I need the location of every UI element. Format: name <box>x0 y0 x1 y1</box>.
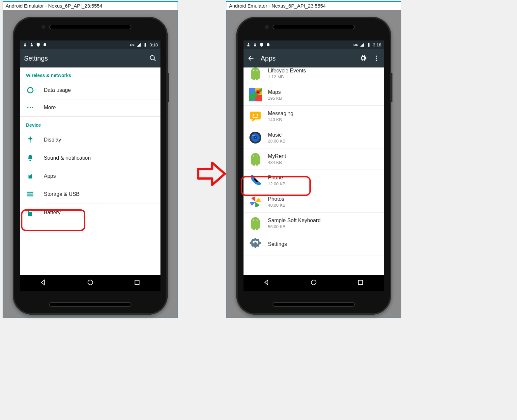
status-battery-icon <box>143 42 148 47</box>
svg-point-6 <box>32 107 34 108</box>
svg-point-18 <box>269 44 269 44</box>
gear-icon[interactable] <box>359 55 367 62</box>
svg-point-1 <box>45 44 45 44</box>
settings-item-label: Storage & USB <box>44 191 80 197</box>
svg-point-2 <box>150 56 155 60</box>
svg-point-28 <box>253 114 254 116</box>
app-item-lifecycle-events[interactable]: Lifecycle Events 1.12 MB <box>244 67 384 84</box>
nav-home-icon[interactable] <box>310 279 317 287</box>
settings-item-apps[interactable]: Apps <box>20 167 160 185</box>
app-name: Sample Soft Keyboard <box>268 218 321 223</box>
settings-item-more[interactable]: More <box>20 99 160 116</box>
svg-rect-10 <box>27 194 33 195</box>
apps-list[interactable]: Lifecycle Events 1.12 MB Maps 195 KB <box>244 67 384 275</box>
emulator-titlebar: Android Emulator - Nexus_6P_API_23:5554 <box>226 2 401 10</box>
statusbar[interactable]: LTE 3:18 <box>20 40 160 49</box>
navbar <box>20 275 160 291</box>
phone-app-icon <box>248 173 263 188</box>
app-name: Messaging <box>268 111 293 117</box>
phone-speaker-bottom <box>49 302 131 307</box>
app-item-music[interactable]: Music 28.00 KB <box>244 127 384 148</box>
app-item-sample-soft-keyboard[interactable]: Sample Soft Keyboard 56.00 KB <box>244 213 384 234</box>
phone-camera-dot <box>42 25 45 29</box>
status-battery-icon <box>366 42 371 47</box>
nav-back-icon[interactable] <box>40 279 47 287</box>
svg-point-40 <box>311 280 316 285</box>
status-time: 3:18 <box>373 42 381 47</box>
svg-point-35 <box>253 155 254 156</box>
statusbar[interactable]: LTE 3:18 <box>244 40 384 49</box>
apps-icon <box>26 172 35 180</box>
app-size: 195 KB <box>268 96 282 101</box>
svg-point-26 <box>257 92 259 93</box>
settings-item-storage[interactable]: Storage & USB <box>20 185 160 203</box>
nav-back-icon[interactable] <box>263 279 271 287</box>
arrow-right-icon <box>196 158 227 190</box>
app-name: Photos <box>268 196 286 202</box>
phone-screen: LTE 3:18 Settings Wireless & networks <box>20 40 160 291</box>
messaging-app-icon <box>248 109 263 123</box>
app-item-myrent[interactable]: MyRent 484 KB <box>244 148 384 170</box>
nav-recent-icon[interactable] <box>357 279 364 287</box>
app-item-phone[interactable]: Phone 12.00 KB <box>244 170 384 191</box>
navbar <box>244 275 384 291</box>
appbar-apps: Apps <box>244 49 384 67</box>
svg-point-34 <box>252 135 255 136</box>
settings-item-data-usage[interactable]: Data usage <box>20 81 160 99</box>
phone-body: LTE 3:18 Apps <box>236 17 391 315</box>
svg-point-15 <box>88 280 93 285</box>
nav-home-icon[interactable] <box>87 279 94 287</box>
status-chess-icon-2 <box>29 42 34 47</box>
app-name: Phone <box>268 175 286 181</box>
status-chess-icon <box>23 42 27 47</box>
app-item-photos[interactable]: Photos 40.00 KB <box>244 191 384 213</box>
phone-speaker-bottom <box>273 302 355 307</box>
app-size: 40.00 KB <box>268 203 286 208</box>
svg-point-23 <box>256 70 257 71</box>
status-android-icon <box>266 42 271 47</box>
music-app-icon <box>248 130 263 145</box>
emulator-window-left: Android Emulator - Nexus_6P_API_23:5554 … <box>3 1 178 318</box>
status-shield-icon <box>36 42 41 47</box>
svg-point-37 <box>253 220 254 221</box>
app-item-messaging[interactable]: Messaging 140 KB <box>244 106 384 127</box>
svg-point-22 <box>253 70 254 71</box>
section-wireless-header: Wireless & networks <box>20 67 160 81</box>
status-shield-icon <box>259 42 264 47</box>
bell-icon <box>26 154 35 162</box>
search-icon[interactable] <box>149 55 157 62</box>
settings-item-label: Data usage <box>44 87 71 93</box>
settings-item-label: Display <box>44 137 61 143</box>
svg-point-20 <box>376 58 377 59</box>
app-item-maps[interactable]: Maps 195 KB <box>244 84 384 106</box>
back-arrow-icon[interactable] <box>247 55 255 62</box>
emulator-window-right: Android Emulator - Nexus_6P_API_23:5554 … <box>226 1 401 318</box>
settings-item-sound[interactable]: Sound & notification <box>20 149 160 167</box>
overflow-menu-icon[interactable] <box>373 55 380 62</box>
svg-point-36 <box>256 155 257 156</box>
appbar-settings: Settings <box>20 49 160 67</box>
android-app-icon <box>248 152 263 166</box>
app-size: 12.00 KB <box>268 181 286 186</box>
settings-item-battery[interactable]: Battery <box>20 203 160 222</box>
nav-recent-icon[interactable] <box>133 279 141 287</box>
svg-point-38 <box>256 220 257 221</box>
svg-point-4 <box>27 107 29 108</box>
settings-content[interactable]: Wireless & networks Data usage More Devi… <box>20 67 160 275</box>
svg-rect-41 <box>359 280 363 285</box>
svg-point-29 <box>257 114 258 116</box>
phone-camera-dot <box>265 25 269 29</box>
phone-speaker-top <box>273 25 355 29</box>
status-lte-label: LTE <box>130 43 134 46</box>
svg-point-7 <box>29 175 30 176</box>
svg-rect-16 <box>135 280 139 285</box>
app-name: Music <box>268 132 286 138</box>
app-item-settings[interactable]: Settings <box>244 234 384 255</box>
app-size: 56.00 KB <box>268 224 321 229</box>
phone-speaker-top <box>49 25 131 29</box>
settings-item-display[interactable]: Display <box>20 131 160 149</box>
android-app-icon <box>248 67 263 81</box>
android-app-icon <box>248 216 263 230</box>
phone-screen: LTE 3:18 Apps <box>244 40 384 291</box>
app-size: 1.12 MB <box>268 74 306 79</box>
